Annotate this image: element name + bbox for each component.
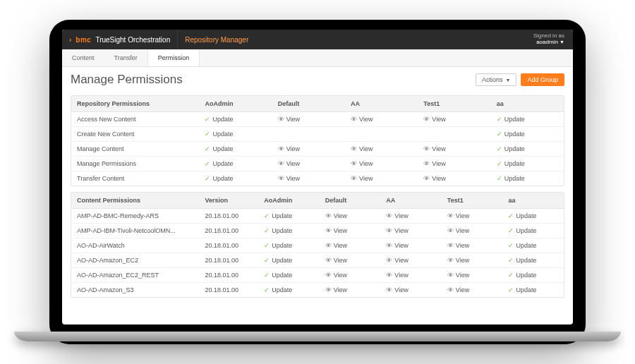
permission-view[interactable]: 👁View — [278, 116, 300, 123]
col-test1: Test1 — [418, 96, 490, 112]
permission-update[interactable]: ✓Update — [497, 116, 525, 123]
permission-view[interactable]: 👁View — [423, 160, 445, 167]
page-header: Manage Permissions Actions▼ Add Group — [62, 67, 573, 90]
brand-name: bmc — [75, 36, 91, 44]
permission-view[interactable]: 👁View — [447, 272, 469, 279]
permission-update[interactable]: ✓Update — [205, 175, 233, 182]
permission-view[interactable]: 👁View — [351, 116, 373, 123]
permission-update[interactable]: ✓Update — [205, 145, 233, 152]
permission-cell: 👁View — [320, 238, 381, 253]
eye-icon: 👁 — [351, 175, 357, 182]
eye-icon: 👁 — [325, 212, 332, 219]
permission-update[interactable]: ✓Update — [497, 175, 525, 182]
eye-icon: 👁 — [386, 286, 392, 293]
permission-view[interactable]: 👁View — [423, 175, 445, 182]
permission-update[interactable]: ✓Update — [264, 212, 292, 219]
permission-update[interactable]: ✓Update — [205, 131, 233, 138]
subapp-name[interactable]: Repository Manager — [177, 30, 255, 49]
permission-update[interactable]: ✓Update — [264, 242, 292, 249]
permission-view[interactable]: 👁View — [447, 257, 469, 264]
permission-cell — [272, 127, 345, 142]
permission-update[interactable]: ✓Update — [508, 212, 536, 219]
permission-update[interactable]: ✓Update — [264, 257, 292, 264]
permission-update[interactable]: ✓Update — [205, 160, 233, 167]
permission-cell: 👁View — [442, 238, 503, 253]
check-icon: ✓ — [497, 131, 502, 138]
check-icon: ✓ — [508, 272, 514, 279]
permission-view[interactable]: 👁View — [325, 272, 347, 279]
permission-view[interactable]: 👁View — [325, 286, 347, 293]
tab-permission[interactable]: Permission — [147, 49, 200, 66]
permission-update[interactable]: ✓Update — [264, 272, 292, 279]
permission-update[interactable]: ✓Update — [508, 227, 536, 234]
permission-cell: 👁View — [345, 157, 418, 171]
permission-view[interactable]: 👁View — [278, 160, 300, 167]
check-icon: ✓ — [264, 227, 270, 234]
add-group-button[interactable]: Add Group — [521, 73, 564, 86]
eye-icon: 👁 — [386, 212, 392, 219]
eye-icon: 👁 — [423, 175, 430, 182]
permission-view[interactable]: 👁View — [447, 227, 469, 234]
permission-view[interactable]: 👁View — [351, 175, 373, 182]
content-area: Repository Permissions AoAdmin Default A… — [62, 90, 573, 324]
row-name: AO-AD-Amazon_EC2_REST — [71, 268, 199, 283]
permission-view[interactable]: 👁View — [423, 116, 445, 123]
permission-cell: ✓Update — [491, 142, 564, 157]
permission-view[interactable]: 👁View — [386, 286, 408, 293]
permission-view[interactable]: 👁View — [423, 145, 445, 152]
check-icon: ✓ — [264, 257, 270, 264]
row-name: AO-AD-Amazon_S3 — [71, 283, 199, 298]
permission-update[interactable]: ✓Update — [508, 257, 536, 264]
permission-cell: ✓Update — [258, 253, 320, 268]
permission-view[interactable]: 👁View — [386, 272, 408, 279]
eye-icon: 👁 — [325, 257, 332, 264]
permission-update[interactable]: ✓Update — [264, 227, 292, 234]
permission-cell: 👁View — [272, 171, 345, 186]
permission-view[interactable]: 👁View — [386, 212, 408, 219]
check-icon: ✓ — [497, 116, 502, 123]
tab-content[interactable]: Content — [62, 49, 104, 66]
permission-cell: ✓Update — [258, 268, 320, 283]
table-row: Manage Content✓Update👁View👁View👁View✓Upd… — [71, 142, 564, 157]
permission-view[interactable]: 👁View — [278, 175, 300, 182]
permission-update[interactable]: ✓Update — [508, 286, 536, 293]
permission-view[interactable]: 👁View — [325, 257, 347, 264]
permission-cell: 👁View — [380, 253, 442, 268]
eye-icon: 👁 — [386, 227, 392, 234]
actions-button[interactable]: Actions▼ — [476, 73, 516, 86]
chevron-down-icon: ▼ — [506, 78, 511, 83]
permission-view[interactable]: 👁View — [351, 160, 373, 167]
permission-view[interactable]: 👁View — [325, 242, 347, 249]
permission-view[interactable]: 👁View — [278, 145, 300, 152]
repository-permissions-panel: Repository Permissions AoAdmin Default A… — [71, 95, 564, 186]
permission-update[interactable]: ✓Update — [264, 286, 292, 293]
permission-view[interactable]: 👁View — [447, 286, 469, 293]
col-test1: Test1 — [442, 193, 503, 209]
permission-view[interactable]: 👁View — [447, 242, 469, 249]
permission-cell: 👁View — [272, 157, 345, 171]
permission-update[interactable]: ✓Update — [508, 272, 536, 279]
signin-block[interactable]: Signed in as aoadmin ▼ — [525, 33, 573, 46]
app-header: › bmc TrueSight Orchestration Repository… — [62, 30, 573, 49]
permission-cell: ✓Update — [502, 268, 564, 283]
permission-update[interactable]: ✓Update — [497, 160, 525, 167]
permission-view[interactable]: 👁View — [325, 227, 347, 234]
permission-update[interactable]: ✓Update — [205, 116, 233, 123]
permission-cell: ✓Update — [199, 171, 272, 186]
check-icon: ✓ — [264, 272, 270, 279]
table-row: AMP-AD-IBM-Tivoli-NetcoolOMN...20.18.01.… — [71, 224, 564, 238]
permission-view[interactable]: 👁View — [325, 212, 347, 219]
permission-view[interactable]: 👁View — [351, 145, 373, 152]
permission-update[interactable]: ✓Update — [497, 145, 525, 152]
permission-view[interactable]: 👁View — [386, 227, 408, 234]
check-icon: ✓ — [205, 145, 210, 152]
main-tabs: Content Transfer Permission — [62, 49, 573, 67]
eye-icon: 👁 — [351, 145, 357, 152]
row-name: Transfer Content — [71, 171, 199, 186]
permission-view[interactable]: 👁View — [386, 257, 408, 264]
permission-update[interactable]: ✓Update — [497, 131, 525, 138]
tab-transfer[interactable]: Transfer — [104, 49, 147, 66]
permission-update[interactable]: ✓Update — [508, 242, 536, 249]
permission-view[interactable]: 👁View — [386, 242, 408, 249]
permission-view[interactable]: 👁View — [447, 212, 469, 219]
